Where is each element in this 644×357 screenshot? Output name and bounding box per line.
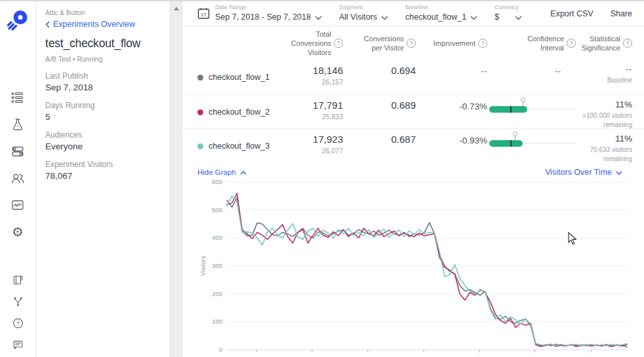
scroll-up-arrow-icon[interactable] <box>174 7 179 10</box>
header-line: Interval <box>527 43 564 52</box>
col-confidence-interval: Confidence Interval ? <box>487 34 576 53</box>
conversions-value: 17,791 <box>279 100 343 111</box>
variant-color-dot <box>197 143 203 149</box>
chevron-left-icon <box>45 21 50 28</box>
chart-frame-icon <box>10 198 25 212</box>
flask-icon <box>10 117 25 132</box>
toggles-icon <box>10 144 25 159</box>
confidence-interval-widget <box>487 132 576 151</box>
variant-color-dot <box>197 75 203 81</box>
help-tooltip-icon[interactable]: ? <box>623 39 632 48</box>
significance-value: -- <box>576 65 632 74</box>
sidebar-item-workflow[interactable] <box>9 293 26 310</box>
graph-toggle-row: Hide Graph Visitors Over Time <box>182 162 644 177</box>
segment-label: Segment <box>339 4 388 10</box>
rocket-logo-icon <box>6 9 30 33</box>
variant-name: checkout_flow_3 <box>209 141 270 151</box>
help-tooltip-icon[interactable]: ? <box>334 39 343 48</box>
experiment-detail-panel: Attic & Button Experiments Overview test… <box>36 1 170 357</box>
ci-tick <box>510 106 512 113</box>
sidebar-item-feedback[interactable] <box>9 336 26 353</box>
variant-color-dot <box>197 109 203 115</box>
export-csv-button[interactable]: Export CSV <box>550 9 593 18</box>
date-range-label: Date Range <box>215 4 322 10</box>
projects-icon <box>10 90 25 105</box>
svg-text:300: 300 <box>212 262 222 269</box>
sidebar-item-help[interactable]: ? <box>9 314 26 331</box>
help-tooltip-icon[interactable]: ? <box>478 39 487 48</box>
back-to-experiments-link[interactable]: Experiments Overview <box>45 20 163 29</box>
field-last-publish: Last Publish Sep 7, 2018 <box>45 71 163 92</box>
sidebar-item-docs[interactable] <box>9 271 26 288</box>
hide-graph-label: Hide Graph <box>197 168 236 176</box>
col-conversions-per-visitor: Conversions per Visitor ? <box>343 34 416 53</box>
header-line: Confidence <box>527 34 564 43</box>
ci-bar <box>489 140 523 147</box>
field-label: Days Running <box>45 101 163 110</box>
segment-dropdown[interactable]: Segment All Visitors <box>339 4 388 23</box>
icon-rail: ⚙ ? <box>0 1 36 357</box>
back-link-label: Experiments Overview <box>53 20 135 29</box>
ci-pin-head <box>521 98 525 102</box>
sidebar-item-projects[interactable] <box>9 89 26 106</box>
panel-scrollbar[interactable] <box>170 1 182 357</box>
segment-value: All Visitors <box>339 12 377 22</box>
ci-pin-head <box>513 132 517 136</box>
project-name: Attic & Button <box>45 9 163 16</box>
currency-dropdown[interactable]: Currency $ <box>494 4 522 23</box>
ci-pin-stem <box>523 102 523 107</box>
topbar-actions: Export CSV Share <box>550 9 632 18</box>
baseline-label: Baseline <box>405 4 477 10</box>
results-main: 17 Date Range Sep 7, 2018 - Sep 7, 2018 … <box>182 1 644 357</box>
calendar-icon: 17 <box>197 7 210 20</box>
table-row-checkout-flow-3: checkout_flow_3 17,923 26,077 0.687 -0.9… <box>182 128 644 162</box>
visitors-value: 26,077 <box>279 147 343 155</box>
book-icon <box>12 274 24 286</box>
table-row-checkout-flow-2: checkout_flow_2 17,791 25,833 0.689 -0.7… <box>182 94 644 128</box>
header-line: per Visitor <box>364 43 404 52</box>
chevron-down-icon <box>470 11 477 23</box>
rail-footer: ? <box>9 271 26 353</box>
metric-selector[interactable]: Visitors Over Time <box>545 168 622 177</box>
sidebar-item-audiences[interactable] <box>9 170 26 187</box>
field-label: Experiment Visitors <box>45 160 163 169</box>
sidebar-item-features[interactable] <box>9 143 26 160</box>
filter-bar: 17 Date Range Sep 7, 2018 - Sep 7, 2018 … <box>182 1 644 26</box>
field-value: Sep 7, 2018 <box>45 83 163 92</box>
help-tooltip-icon[interactable]: ? <box>407 39 416 48</box>
branch-icon <box>12 295 24 308</box>
share-button[interactable]: Share <box>611 9 632 18</box>
variant-name: checkout_flow_2 <box>209 107 270 117</box>
sidebar-item-settings[interactable]: ⚙ <box>9 223 26 240</box>
significance-value: 11% <box>576 134 632 143</box>
col-improvement: Improvement ? <box>416 39 487 48</box>
header-line: Total <box>291 29 331 39</box>
help-tooltip-icon[interactable]: ? <box>567 39 576 48</box>
field-value: 78,067 <box>45 171 163 181</box>
header-line: Conversions <box>364 34 404 43</box>
app-window: ⚙ ? <box>0 1 644 357</box>
optimizely-logo[interactable] <box>6 9 30 35</box>
baseline-dropdown[interactable]: Baseline checkout_flow_1 <box>405 4 477 23</box>
table-row-checkout-flow-1: checkout_flow_1 18,146 26,157 0.694 -- -… <box>182 60 644 94</box>
significance-note: 70,633 visitors remaining <box>576 145 632 163</box>
sidebar-item-experiments[interactable] <box>9 116 26 133</box>
conversions-value: 18,146 <box>279 65 343 76</box>
svg-text:600: 600 <box>212 178 222 185</box>
results-table-header: Total Conversions Visitors ? Conversions… <box>182 26 644 60</box>
people-icon <box>10 171 25 185</box>
field-audiences: Audiences Everyone <box>45 130 163 151</box>
improvement-value: -0.73% <box>416 95 487 129</box>
help-circle-icon: ? <box>12 317 24 329</box>
ci-bar <box>489 106 527 113</box>
sidebar-item-results[interactable] <box>9 197 26 214</box>
field-days-running: Days Running 5 <box>45 101 163 122</box>
field-label: Audiences <box>45 130 163 140</box>
metric-selector-label: Visitors Over Time <box>545 168 612 177</box>
currency-value: $ <box>494 12 499 22</box>
rail-nav: ⚙ <box>9 89 26 240</box>
cpv-value: 0.689 <box>343 100 416 111</box>
hide-graph-link[interactable]: Hide Graph <box>197 168 247 176</box>
date-range-dropdown[interactable]: 17 Date Range Sep 7, 2018 - Sep 7, 2018 <box>197 4 322 23</box>
svg-text:Visitors: Visitors <box>199 255 207 276</box>
